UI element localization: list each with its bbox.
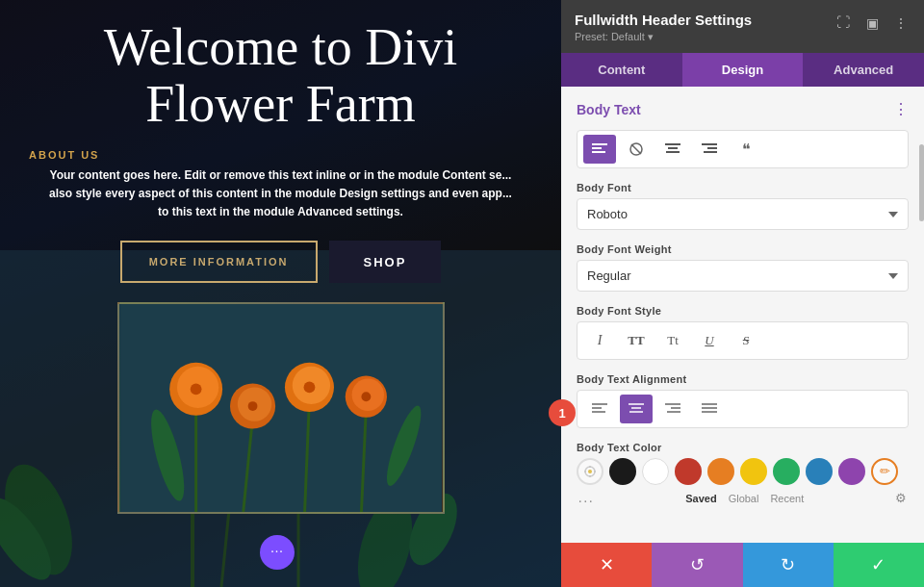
svg-line-36 [631, 144, 641, 154]
body-font-weight-group: Body Font Weight Regular Bold Light Medi… [577, 243, 909, 292]
panel-body[interactable]: Body Text ⋮ ❝ Body Font Roboto Open [561, 87, 924, 543]
svg-point-28 [190, 384, 201, 396]
fullscreen-icon[interactable]: ⛶ [834, 13, 853, 33]
color-gear-icon[interactable]: ⚙ [895, 491, 907, 506]
color-purple[interactable] [838, 458, 865, 485]
bold-tt-btn[interactable]: TT [620, 326, 653, 355]
align-none-btn[interactable] [620, 135, 653, 164]
color-swatches: ✏ [577, 458, 909, 485]
more-info-button[interactable]: MORE INFORMATION [120, 241, 318, 283]
svg-point-29 [247, 401, 257, 411]
color-green[interactable] [773, 458, 800, 485]
body-font-select[interactable]: Roboto Open Sans Lato [577, 198, 909, 230]
cancel-button[interactable]: ✕ [561, 543, 652, 587]
color-footer-tabs: Saved Global Recent [685, 493, 804, 504]
body-text-color-label: Body Text Color [577, 442, 909, 453]
color-orange[interactable] [707, 458, 734, 485]
svg-point-31 [361, 393, 371, 402]
svg-point-30 [303, 382, 315, 394]
body-text-alignment-group: Body Text Alignment [577, 373, 909, 428]
split-icon[interactable]: ▣ [862, 13, 882, 33]
strikethrough-btn[interactable]: S [730, 326, 762, 355]
panel-header-icons: ⛶ ▣ ⋮ [834, 13, 911, 33]
color-more-dots[interactable]: ... [578, 491, 595, 506]
reset-button[interactable]: ↺ [652, 543, 742, 587]
about-us-label: ABOUT US [29, 149, 532, 161]
svg-point-56 [588, 470, 592, 473]
body-font-style-label: Body Font Style [577, 305, 909, 317]
preview-area: Welcome to Divi Flower Farm ABOUT US You… [0, 0, 561, 587]
color-recent-tab[interactable]: Recent [770, 493, 804, 504]
light-tt-btn[interactable]: Tt [656, 326, 689, 355]
body-font-style-group: Body Font Style I TT Tt U S [577, 305, 909, 360]
align-left-btn[interactable] [583, 135, 616, 164]
section-title: Body Text [577, 102, 641, 117]
panel-footer: ✕ ↺ ↻ ✓ [561, 543, 924, 587]
text-align-center-btn[interactable] [620, 395, 653, 423]
color-global-tab[interactable]: Global [729, 493, 759, 504]
custom-color-btn[interactable]: ✏ [871, 458, 898, 485]
color-red[interactable] [675, 458, 702, 485]
panel-title: Fullwidth Header Settings [575, 12, 752, 28]
scroll-handle[interactable] [919, 144, 924, 221]
purple-menu-button[interactable]: ··· [260, 535, 295, 570]
underline-btn[interactable]: U [693, 326, 726, 355]
color-blue[interactable] [806, 458, 833, 485]
alignment-toolbar: ❝ [577, 130, 909, 168]
body-font-weight-label: Body Font Weight [577, 243, 909, 255]
italic-btn[interactable]: I [583, 326, 616, 355]
save-button[interactable]: ✓ [834, 543, 924, 587]
color-white[interactable] [642, 458, 669, 485]
body-text-alignment-label: Body Text Alignment [577, 373, 909, 385]
text-align-right-btn[interactable] [656, 395, 689, 423]
text-align-justify-btn[interactable] [693, 395, 726, 423]
notification-badge: 1 [549, 399, 576, 426]
align-right-btn[interactable] [693, 135, 726, 164]
buttons-row: MORE INFORMATION SHOP [29, 241, 532, 283]
section-header: Body Text ⋮ [577, 100, 909, 118]
undo-button[interactable]: ↻ [743, 543, 834, 587]
color-footer: ... Saved Global Recent ⚙ [577, 491, 909, 506]
align-quote-btn[interactable]: ❝ [730, 135, 762, 164]
text-alignment-buttons [577, 390, 909, 428]
color-yellow[interactable] [740, 458, 767, 485]
panel-header: Fullwidth Header Settings Preset: Defaul… [561, 0, 924, 53]
body-font-label: Body Font [577, 182, 909, 193]
tab-content[interactable]: Content [561, 53, 682, 87]
settings-panel: Fullwidth Header Settings Preset: Defaul… [561, 0, 924, 587]
section-menu-icon[interactable]: ⋮ [893, 100, 909, 118]
style-buttons-row: I TT Tt U S [577, 321, 909, 360]
align-center-btn[interactable] [656, 135, 689, 164]
body-font-weight-select[interactable]: Regular Bold Light Medium [577, 260, 909, 292]
body-font-group: Body Font Roboto Open Sans Lato [577, 182, 909, 230]
text-align-left-btn[interactable] [583, 395, 616, 423]
shop-button[interactable]: SHOP [329, 241, 442, 283]
panel-preset[interactable]: Preset: Default ▾ [575, 31, 752, 43]
more-icon[interactable]: ⋮ [891, 13, 911, 33]
body-text-color-group: Body Text Color ✏ ... Sa [577, 442, 909, 506]
preview-body-text: Your content goes here. Edit or remove t… [29, 166, 532, 222]
tab-design[interactable]: Design [682, 53, 804, 87]
color-picker-special[interactable] [577, 458, 603, 485]
preview-title: Welcome to Divi Flower Farm [29, 19, 532, 134]
tab-advanced[interactable]: Advanced [803, 53, 924, 87]
flower-image [117, 302, 445, 514]
color-black[interactable] [609, 458, 636, 485]
color-saved-tab[interactable]: Saved [685, 493, 716, 504]
panel-tabs: Content Design Advanced [561, 53, 924, 87]
